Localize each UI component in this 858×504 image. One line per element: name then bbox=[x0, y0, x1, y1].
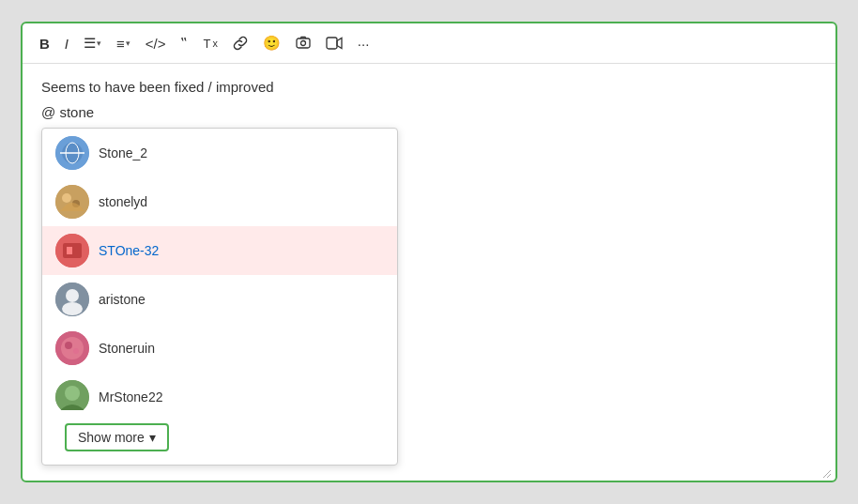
item-name: stonelyd bbox=[99, 194, 147, 209]
list-item[interactable]: MrStone22 bbox=[42, 373, 397, 410]
item-name: Stone_2 bbox=[99, 145, 147, 160]
emoji-button[interactable]: 🙂 bbox=[257, 31, 286, 55]
mention-dropdown: Stone_2 stonelyd STOne-32 bbox=[41, 128, 398, 466]
avatar bbox=[55, 136, 89, 170]
item-name: aristone bbox=[99, 292, 146, 307]
editor-container: B I ☰ ▾ ≡ ▾ </> ‟ Tx 🙂 bbox=[21, 22, 837, 482]
resize-handle[interactable] bbox=[820, 465, 833, 478]
svg-point-8 bbox=[62, 193, 71, 203]
item-name: STOne-32 bbox=[99, 243, 159, 258]
show-more-label: Show more bbox=[78, 430, 145, 445]
show-more-button[interactable]: Show more ▾ bbox=[65, 423, 169, 451]
svg-rect-2 bbox=[327, 38, 337, 49]
svg-line-28 bbox=[827, 474, 831, 478]
item-name: MrStone22 bbox=[99, 389, 162, 405]
list-item[interactable]: Stoneruin bbox=[42, 324, 397, 373]
avatar bbox=[55, 234, 89, 267]
numbered-list-chevron: ▾ bbox=[126, 38, 130, 48]
dropdown-list: Stone_2 stonelyd STOne-32 bbox=[41, 128, 398, 466]
camera-icon bbox=[296, 36, 311, 51]
bullet-list-icon: ☰ bbox=[84, 35, 96, 52]
toolbar: B I ☰ ▾ ≡ ▾ </> ‟ Tx 🙂 bbox=[23, 23, 835, 64]
svg-point-1 bbox=[300, 41, 305, 46]
mention-trigger: @ stone bbox=[41, 104, 817, 120]
bullet-list-button[interactable]: ☰ ▾ bbox=[78, 31, 107, 55]
svg-point-14 bbox=[66, 289, 79, 302]
avatar bbox=[55, 331, 89, 365]
svg-point-18 bbox=[65, 342, 72, 349]
svg-rect-12 bbox=[67, 247, 72, 254]
list-item[interactable]: Stone_2 bbox=[42, 129, 397, 177]
svg-point-7 bbox=[55, 185, 89, 219]
list-item[interactable]: stonelyd bbox=[42, 177, 397, 226]
code-button[interactable]: </> bbox=[140, 32, 172, 55]
link-icon bbox=[233, 36, 248, 51]
svg-point-21 bbox=[65, 386, 80, 401]
svg-line-27 bbox=[823, 470, 831, 478]
video-button[interactable] bbox=[320, 33, 348, 53]
svg-rect-0 bbox=[297, 38, 310, 48]
list-item[interactable]: aristone bbox=[42, 275, 397, 324]
bullet-list-chevron: ▾ bbox=[97, 38, 101, 48]
editor-body[interactable]: Seems to have been fixed / improved @ st… bbox=[23, 64, 835, 481]
svg-point-19 bbox=[73, 348, 79, 354]
list-item[interactable]: STOne-32 bbox=[42, 226, 397, 275]
editor-text: Seems to have been fixed / improved bbox=[41, 79, 817, 95]
image-button[interactable] bbox=[290, 32, 316, 54]
avatar bbox=[55, 283, 89, 316]
clear-format-button[interactable]: Tx bbox=[197, 33, 222, 54]
show-more-container: Show more ▾ bbox=[42, 410, 397, 465]
link-button[interactable] bbox=[227, 32, 253, 54]
avatar bbox=[55, 185, 89, 219]
resize-icon bbox=[820, 466, 831, 478]
video-icon bbox=[326, 37, 343, 50]
avatar bbox=[55, 380, 89, 410]
bold-button[interactable]: B bbox=[34, 32, 55, 55]
more-button[interactable]: ··· bbox=[352, 32, 375, 55]
blockquote-button[interactable]: ‟ bbox=[175, 31, 193, 55]
show-more-chevron: ▾ bbox=[149, 430, 156, 445]
item-name: Stoneruin bbox=[99, 341, 155, 356]
italic-button[interactable]: I bbox=[59, 32, 74, 55]
svg-point-17 bbox=[61, 337, 84, 359]
numbered-list-icon: ≡ bbox=[116, 36, 125, 52]
dropdown-scroll[interactable]: Stone_2 stonelyd STOne-32 bbox=[42, 129, 397, 410]
numbered-list-button[interactable]: ≡ ▾ bbox=[111, 32, 136, 55]
svg-point-15 bbox=[62, 302, 83, 315]
